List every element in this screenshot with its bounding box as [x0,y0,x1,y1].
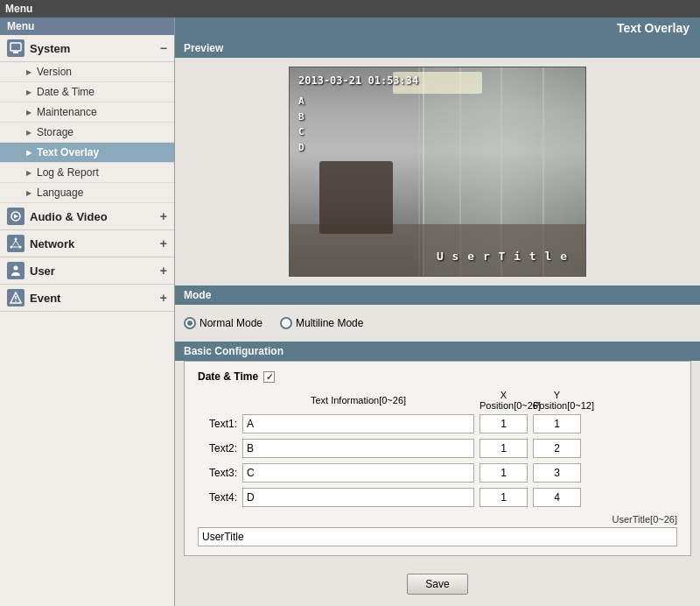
sidebar-event-expand: + [160,291,167,305]
sidebar-section-title-audiovideo[interactable]: Audio & Video + [0,203,174,230]
normal-mode-radio-inner [187,321,192,326]
svg-point-10 [14,266,18,271]
sidebar-section-audiovideo: Audio & Video + [0,203,174,230]
config-row-4: Text4: [198,488,677,507]
basic-config-header: Basic Configuration [175,342,700,361]
network-icon [7,235,24,252]
svg-marker-3 [14,215,18,219]
sidebar-item-datetime[interactable]: Date & Time [0,82,174,102]
top-bar: Menu [0,0,700,18]
datetime-config-label: Date & Time [198,370,258,383]
overlay-abcd: ABCD [298,94,304,155]
sidebar-audiovideo-label: Audio & Video [30,210,108,223]
mode-header: Mode [175,285,700,305]
sidebar-section-title-network[interactable]: Network + [0,230,174,257]
text2-label: Text2: [198,442,237,454]
multiline-mode-option[interactable]: Multiline Mode [280,317,363,329]
text2-ypos[interactable] [533,439,581,458]
ypos-header: Y Position[0~12] [533,390,581,411]
sidebar-item-storage[interactable]: Storage [0,123,174,143]
normal-mode-option[interactable]: Normal Mode [184,317,262,329]
config-row-3: Text3: [198,463,677,483]
sidebar-user-expand: + [160,264,167,278]
content-area: Text Overlay Preview [175,18,700,606]
text-info-header: Text Information[0~26] [242,395,474,405]
col-headers: Text Information[0~26] X Position[0~26] … [198,390,677,411]
svg-point-4 [15,238,18,241]
sidebar-section-title-system[interactable]: System − [0,35,174,62]
text1-ypos[interactable] [533,414,581,433]
overlay-timestamp: 2013-03-21 01:53:34 [298,74,418,87]
menu-title: Menu [5,3,32,15]
sidebar-section-title-user[interactable]: User + [0,257,174,285]
camera-preview: 2013-03-21 01:53:34 ABCD U s e r T i t l… [289,67,586,277]
svg-rect-1 [13,52,18,53]
text1-label: Text1: [198,418,237,430]
sidebar-user-label: User [30,264,55,278]
sidebar-audiovideo-expand: + [160,209,167,223]
event-icon [7,289,24,307]
sidebar-item-textoverlay[interactable]: Text Overlay [0,143,174,163]
config-row-1: Text1: [198,414,677,433]
sidebar-system-expand: − [160,41,167,55]
xpos-header: X Position[0~26] [480,390,528,411]
text4-label: Text4: [198,491,237,504]
text4-ypos[interactable] [533,488,581,507]
svg-line-8 [16,241,19,246]
text4-xpos[interactable] [480,488,528,507]
text1-input[interactable] [242,414,474,433]
sidebar-section-network: Network + [0,230,174,257]
text4-input[interactable] [242,488,474,507]
sidebar-section-system: System − Version Date & Time Maintenance… [0,35,174,203]
usertitle-section: UserTitle[0~26] [198,514,677,546]
sidebar-event-label: Event [30,292,60,305]
sidebar-item-logreport[interactable]: Log & Report [0,163,174,183]
sidebar: Menu System − Version Date & Time Mainte… [0,18,175,606]
mode-section: Normal Mode Multiline Mode [175,305,700,342]
text2-input[interactable] [242,439,474,458]
multiline-mode-label: Multiline Mode [296,317,363,329]
svg-line-7 [13,241,17,246]
mode-options: Normal Mode Multiline Mode [184,312,691,335]
text3-label: Text3: [198,467,237,479]
svg-point-5 [10,246,13,249]
audiovideo-icon [7,208,24,225]
save-row: Save [175,565,700,603]
svg-point-13 [15,300,17,302]
basic-config: Date & Time Text Information[0~26] X Pos… [175,361,700,565]
text3-ypos[interactable] [533,463,581,483]
datetime-checkbox[interactable] [263,371,275,383]
save-button[interactable]: Save [407,574,467,595]
sidebar-header: Menu [0,18,174,35]
sidebar-item-maintenance[interactable]: Maintenance [0,102,174,123]
text1-xpos[interactable] [480,414,528,433]
text2-xpos[interactable] [480,439,528,458]
sidebar-network-expand: + [160,236,167,250]
preview-area: 2013-03-21 01:53:34 ABCD U s e r T i t l… [175,58,700,285]
svg-point-6 [19,246,22,249]
normal-mode-label: Normal Mode [200,317,262,329]
svg-rect-0 [10,43,21,51]
text3-input[interactable] [242,463,474,483]
text3-xpos[interactable] [480,463,528,483]
config-box: Date & Time Text Information[0~26] X Pos… [184,361,691,556]
config-box-title: Date & Time [198,370,677,383]
sidebar-network-label: Network [30,237,74,250]
sidebar-item-language[interactable]: Language [0,183,174,203]
usertitle-col-label: UserTitle[0~26] [198,514,677,525]
sidebar-item-version[interactable]: Version [0,62,174,82]
sidebar-section-title-event[interactable]: Event + [0,285,174,312]
user-icon [7,262,24,279]
preview-header: Preview [175,39,700,58]
sidebar-system-label: System [30,42,70,55]
multiline-mode-radio[interactable] [280,317,292,329]
system-icon [7,39,24,57]
usertitle-input[interactable] [198,527,677,546]
normal-mode-radio[interactable] [184,317,196,329]
page-title: Text Overlay [175,18,700,39]
overlay-usertitle: U s e r T i t l e [437,250,568,263]
sidebar-section-event: Event + [0,285,174,312]
config-row-2: Text2: [198,439,677,458]
sidebar-section-user: User + [0,257,174,285]
